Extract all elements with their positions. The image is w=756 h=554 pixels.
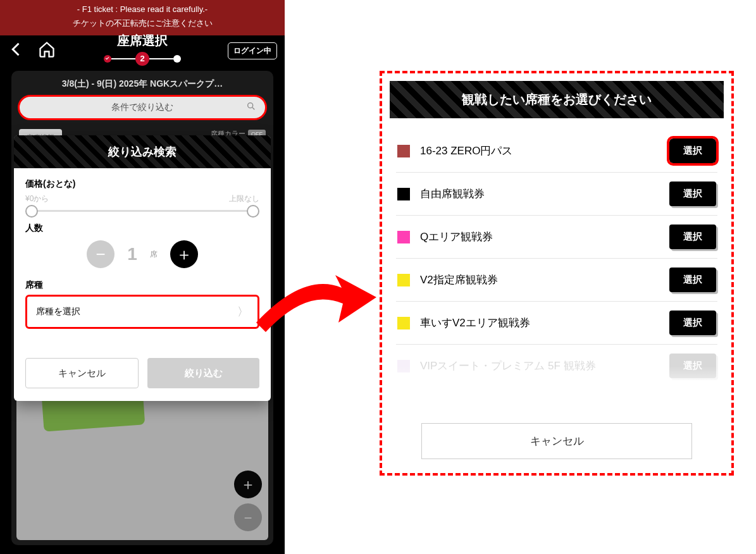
seat-type-panel-title: 観戦したい席種をお選びください [390,81,724,118]
seat-type-row: V2指定席観戦券選択 [396,259,717,302]
filter-modal-title: 絞り込み検索 [14,135,271,168]
seat-type-name: 16-23 ZERO円パス [420,144,659,158]
price-slider[interactable]: ¥0から 上限なし [25,194,259,223]
seat-color-swatch [397,231,410,243]
seat-type-cancel-button[interactable]: キャンセル [421,423,692,459]
qty-plus-button[interactable]: ＋ [170,240,198,268]
home-icon[interactable] [38,40,56,61]
seat-type-name: 車いすV2エリア観戦券 [420,316,659,330]
seat-type-row: VIPスイート・プレミアム 5F 観戦券選択 [396,345,717,387]
seat-type-name: 自由席観戦券 [420,187,659,201]
price-thumb-max[interactable] [247,205,259,218]
seat-type-row: Qエリア観戦券選択 [396,216,717,259]
zoom-in-button[interactable]: ＋ [234,471,262,498]
quantity-stepper: − 1 席 ＋ [25,240,259,268]
price-label: 価格(おとな) [25,178,259,190]
banner-line-1: - F1 ticket : Please read it carefully.- [0,3,285,16]
seat-type-row: 自由席観戦券選択 [396,173,717,216]
filter-cancel-button[interactable]: キャンセル [25,358,139,388]
price-max: 上限なし [229,194,259,204]
seat-select-button[interactable]: 選択 [669,138,716,163]
seat-select-button[interactable]: 選択 [669,225,716,249]
filter-apply-button[interactable]: 絞り込む [147,358,259,388]
seat-color-swatch [397,360,410,372]
price-thumb-min[interactable] [25,205,38,218]
top-nav: 座席選択 2 ログイン中 [0,35,285,66]
seat-type-name: Qエリア観戦券 [420,230,659,244]
phone-screen: - F1 ticket : Please read it carefully.-… [0,0,285,554]
qty-value: 1 [127,244,137,264]
seat-select-button[interactable]: 選択 [669,182,716,206]
seat-type-label: 席種 [25,280,259,291]
seat-color-swatch [397,317,410,329]
seat-select-button[interactable]: 選択 [669,268,716,292]
qty-label: 人数 [25,223,259,234]
seat-type-select[interactable]: 席種を選択 〉 [25,295,259,329]
banner-line-2: チケットの不正転売にご注意ください [0,16,285,30]
search-icon [246,101,256,114]
seat-type-row: 車いすV2エリア観戦券選択 [396,302,717,345]
filter-bar[interactable]: 条件で絞り込む [18,95,267,120]
qty-minus-button[interactable]: − [87,240,115,268]
filter-bar-label: 条件で絞り込む [111,102,173,113]
zoom-out-button[interactable]: － [234,503,262,531]
chevron-right-icon: 〉 [237,304,249,319]
seat-type-name: V2指定席観戦券 [420,273,659,287]
tutorial-arrow [253,253,380,342]
step-3-dot [173,55,181,63]
event-title: 3/8(土) - 9(日) 2025年 NGKスパークプ… [16,76,268,95]
step-1-dot [104,55,111,63]
login-status-chip[interactable]: ログイン中 [228,42,277,59]
seat-type-placeholder: 席種を選択 [36,306,80,317]
seat-color-swatch [397,145,410,157]
seat-color-swatch [397,188,410,200]
svg-point-0 [248,103,253,108]
price-min: ¥0から [25,194,49,204]
seat-type-name: VIPスイート・プレミアム 5F 観戦券 [420,359,659,373]
filter-modal: 絞り込み検索 価格(おとな) ¥0から 上限なし 人数 − 1 席 ＋ 席種 席… [14,135,271,401]
notice-banner: - F1 ticket : Please read it carefully.-… [0,0,285,35]
back-icon[interactable] [8,40,25,61]
seat-type-list: 16-23 ZERO円パス選択自由席観戦券選択Qエリア観戦券選択V2指定席観戦券… [390,118,724,417]
step-current: 2 [135,52,149,66]
seat-type-row: 16-23 ZERO円パス選択 [396,130,717,173]
qty-unit: 席 [150,249,158,260]
seat-select-button[interactable]: 選択 [669,354,716,378]
seat-select-button[interactable]: 選択 [669,311,716,335]
seat-color-swatch [397,274,410,286]
seat-type-panel: 観戦したい席種をお選びください 16-23 ZERO円パス選択自由席観戦券選択Q… [380,71,734,476]
